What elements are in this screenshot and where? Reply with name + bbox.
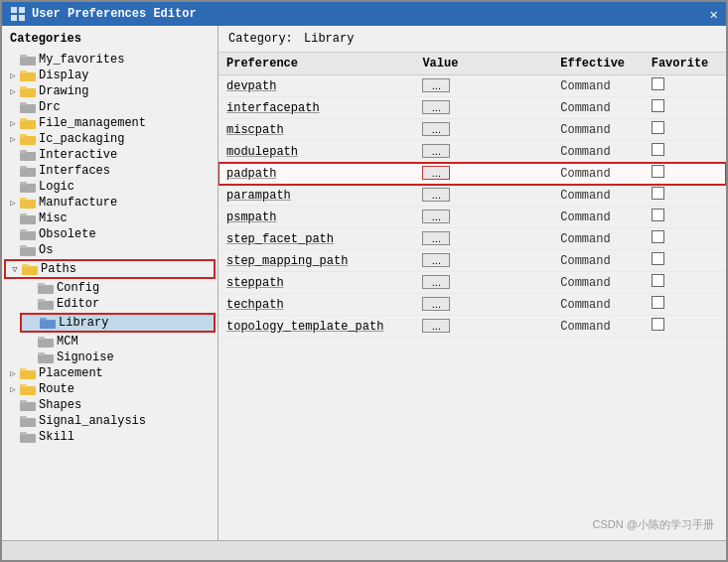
favorite-cb-parampath[interactable] bbox=[652, 187, 664, 200]
label-library: Library bbox=[59, 316, 108, 330]
sidebar-item-paths[interactable]: ▽ Paths bbox=[6, 261, 214, 277]
expand-icon-placement[interactable]: ▷ bbox=[6, 366, 20, 380]
sidebar-item-drawing[interactable]: ▷ Drawing bbox=[2, 83, 218, 99]
value-btn-padpath[interactable]: ... bbox=[422, 166, 450, 180]
value-btn-step_facet_path[interactable]: ... bbox=[422, 231, 450, 245]
svg-rect-3 bbox=[19, 15, 25, 21]
label-config: Config bbox=[57, 281, 99, 295]
folder-icon-manufacture bbox=[20, 197, 36, 209]
value-btn-parampath[interactable]: ... bbox=[422, 188, 450, 202]
effective-interfacepath: Command bbox=[552, 97, 643, 119]
sidebar-item-interfaces[interactable]: Interfaces bbox=[2, 163, 218, 179]
sidebar-item-shapes[interactable]: Shapes bbox=[2, 397, 218, 413]
svg-rect-40 bbox=[38, 354, 54, 363]
value-btn-miscpath[interactable]: ... bbox=[422, 122, 450, 136]
label-file_management: File_management bbox=[39, 116, 146, 130]
favorite-cb-topology_template_path[interactable] bbox=[652, 318, 664, 331]
svg-rect-1 bbox=[19, 7, 25, 13]
sidebar-item-editor[interactable]: Editor bbox=[2, 296, 218, 312]
expand-icon-drawing[interactable]: ▷ bbox=[6, 84, 20, 98]
label-my_favorites: My_favorites bbox=[39, 53, 124, 67]
expand-icon-route[interactable]: ▷ bbox=[6, 382, 20, 396]
svg-rect-25 bbox=[20, 213, 27, 216]
sidebar-item-placement[interactable]: ▷ Placement bbox=[2, 365, 218, 381]
sidebar-item-config[interactable]: Config bbox=[2, 280, 218, 296]
sidebar-item-library[interactable]: Library bbox=[22, 315, 214, 331]
folder-icon-obsolete bbox=[20, 228, 36, 240]
folder-icon-drawing bbox=[20, 85, 36, 97]
sidebar-item-route[interactable]: ▷ Route bbox=[2, 381, 218, 397]
favorite-cb-step_mapping_path[interactable] bbox=[652, 252, 664, 265]
favorite-cb-psmpath[interactable] bbox=[652, 209, 664, 221]
value-btn-step_mapping_path[interactable]: ... bbox=[422, 253, 450, 267]
folder-icon-file_management bbox=[20, 117, 36, 129]
folder-icon-placement bbox=[20, 367, 36, 379]
main-window: User Preferences Editor ✕ Categories My_… bbox=[0, 0, 728, 562]
pref-parampath: parampath bbox=[226, 189, 291, 203]
sidebar-item-manufacture[interactable]: ▷ Manufacture bbox=[2, 195, 218, 211]
favorite-cb-padpath[interactable] bbox=[652, 165, 664, 178]
close-button[interactable]: ✕ bbox=[710, 6, 718, 23]
label-drawing: Drawing bbox=[39, 84, 88, 98]
category-bar: Category: Library bbox=[218, 26, 726, 53]
expand-icon-paths[interactable]: ▽ bbox=[8, 262, 22, 276]
expand-icon-ic_packaging[interactable]: ▷ bbox=[6, 132, 20, 146]
favorite-cb-techpath[interactable] bbox=[652, 296, 664, 309]
spacer-topology_template_path bbox=[473, 316, 552, 338]
sidebar-item-signal_analysis[interactable]: Signal_analysis bbox=[2, 413, 218, 429]
svg-rect-8 bbox=[20, 88, 36, 97]
sidebar-item-ic_packaging[interactable]: ▷ Ic_packaging bbox=[2, 131, 218, 147]
pref-step_facet_path: step_facet_path bbox=[226, 232, 334, 246]
effective-devpath: Command bbox=[552, 75, 643, 97]
pref-techpath: techpath bbox=[226, 298, 284, 312]
expand-icon-drc bbox=[6, 100, 20, 114]
folder-icon-editor bbox=[38, 298, 54, 310]
value-btn-modulepath[interactable]: ... bbox=[422, 144, 450, 158]
svg-rect-36 bbox=[40, 320, 56, 329]
sidebar-item-logic[interactable]: Logic bbox=[2, 179, 218, 195]
value-btn-interfacepath[interactable]: ... bbox=[422, 100, 450, 114]
sidebar-item-signoise[interactable]: Signoise bbox=[2, 350, 218, 365]
value-btn-topology_template_path[interactable]: ... bbox=[422, 319, 450, 333]
folder-icon-signal_analysis bbox=[20, 415, 36, 427]
sidebar-item-os[interactable]: Os bbox=[2, 242, 218, 258]
expand-icon-interfaces bbox=[6, 164, 20, 178]
svg-rect-19 bbox=[20, 166, 27, 169]
left-panel: Categories My_favorites ▷ Display bbox=[2, 26, 218, 540]
table-row: modulepath ... Command bbox=[218, 141, 726, 163]
value-btn-techpath[interactable]: ... bbox=[422, 297, 450, 311]
value-btn-psmpath[interactable]: ... bbox=[422, 210, 450, 223]
sidebar-item-obsolete[interactable]: Obsolete bbox=[2, 226, 218, 242]
label-editor: Editor bbox=[57, 297, 99, 311]
sidebar-item-drc[interactable]: Drc bbox=[2, 99, 218, 115]
pref-topology_template_path: topology_template_path bbox=[226, 320, 383, 334]
value-btn-devpath[interactable]: ... bbox=[422, 78, 450, 92]
expand-icon-file_management[interactable]: ▷ bbox=[6, 116, 20, 130]
svg-rect-12 bbox=[20, 120, 36, 129]
favorite-cb-devpath[interactable] bbox=[652, 77, 664, 90]
label-mcm: MCM bbox=[57, 335, 78, 349]
folder-icon-my_favorites bbox=[20, 54, 36, 66]
sidebar-item-display[interactable]: ▷ Display bbox=[2, 68, 218, 83]
expand-icon-manufacture[interactable]: ▷ bbox=[6, 196, 20, 210]
favorite-cb-step_facet_path[interactable] bbox=[652, 230, 664, 243]
svg-rect-43 bbox=[20, 368, 27, 371]
sidebar-item-skill[interactable]: Skill bbox=[2, 429, 218, 445]
favorite-cb-modulepath[interactable] bbox=[652, 143, 664, 156]
expand-icon-my_favorites bbox=[6, 53, 20, 67]
expand-icon-interactive bbox=[6, 148, 20, 162]
table-row: miscpath ... Command bbox=[218, 119, 726, 141]
svg-rect-34 bbox=[38, 301, 54, 310]
label-paths: Paths bbox=[41, 262, 76, 276]
sidebar-item-misc[interactable]: Misc bbox=[2, 211, 218, 226]
favorite-cb-miscpath[interactable] bbox=[652, 121, 664, 134]
sidebar-item-interactive[interactable]: Interactive bbox=[2, 147, 218, 163]
sidebar-item-file_management[interactable]: ▷ File_management bbox=[2, 115, 218, 131]
category-label: Category: bbox=[228, 32, 293, 46]
sidebar-item-mcm[interactable]: MCM bbox=[2, 334, 218, 350]
favorite-cb-interfacepath[interactable] bbox=[652, 99, 664, 112]
expand-icon-display[interactable]: ▷ bbox=[6, 69, 20, 82]
sidebar-item-my_favorites[interactable]: My_favorites bbox=[2, 52, 218, 68]
favorite-cb-steppath[interactable] bbox=[652, 274, 664, 287]
value-btn-steppath[interactable]: ... bbox=[422, 275, 450, 289]
